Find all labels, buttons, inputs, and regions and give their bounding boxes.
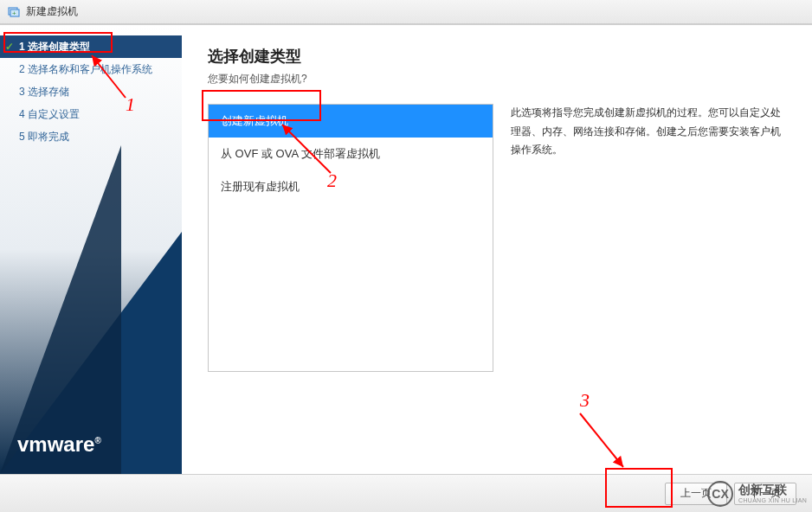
step-num: 3 bbox=[19, 86, 25, 98]
vmware-logo: vmware® bbox=[17, 432, 101, 457]
step-1[interactable]: 1 选择创建类型 bbox=[0, 35, 182, 58]
main-content: 选择创建类型 您要如何创建虚拟机? 创建新虚拟机 从 OVF 或 OVA 文件部… bbox=[182, 25, 812, 474]
page-subtitle: 您要如何创建虚拟机? bbox=[208, 72, 786, 86]
page-title: 选择创建类型 bbox=[208, 46, 786, 67]
step-label: 自定义设置 bbox=[28, 108, 80, 120]
step-label: 选择名称和客户机操作系统 bbox=[28, 63, 152, 75]
content-row: 创建新虚拟机 从 OVF 或 OVA 文件部署虚拟机 注册现有虚拟机 此选项将指… bbox=[208, 104, 786, 465]
watermark-en: CHUANG XIN HU LIAN bbox=[738, 497, 807, 504]
sidebar-steps: 1 选择创建类型 2 选择名称和客户机操作系统 3 选择存储 4 自定义设置 5… bbox=[0, 35, 182, 148]
options-list: 创建新虚拟机 从 OVF 或 OVA 文件部署虚拟机 注册现有虚拟机 bbox=[208, 104, 493, 372]
sidebar-decor2 bbox=[0, 145, 121, 474]
watermark-cn: 创新互联 bbox=[738, 483, 807, 496]
watermark-logo-icon: CX bbox=[707, 481, 733, 507]
step-5[interactable]: 5 即将完成 bbox=[0, 125, 182, 148]
vm-icon: + bbox=[7, 5, 21, 19]
wizard-body: 1 选择创建类型 2 选择名称和客户机操作系统 3 选择存储 4 自定义设置 5… bbox=[0, 24, 812, 474]
titlebar: + 新建虚拟机 bbox=[0, 0, 812, 24]
svg-text:+: + bbox=[12, 10, 16, 17]
step-label: 选择存储 bbox=[28, 86, 69, 98]
footer: 上一页 下一页 bbox=[0, 474, 812, 512]
option-description: 此选项将指导您完成创建新虚拟机的过程。您可以自定义处理器、内存、网络连接和存储。… bbox=[511, 104, 786, 465]
sidebar: 1 选择创建类型 2 选择名称和客户机操作系统 3 选择存储 4 自定义设置 5… bbox=[0, 25, 182, 474]
step-num: 4 bbox=[19, 108, 25, 120]
titlebar-title: 新建虚拟机 bbox=[26, 4, 78, 19]
step-label: 即将完成 bbox=[28, 131, 69, 143]
option-register-existing[interactable]: 注册现有虚拟机 bbox=[209, 170, 493, 203]
step-2[interactable]: 2 选择名称和客户机操作系统 bbox=[0, 58, 182, 80]
step-label: 选择创建类型 bbox=[28, 41, 90, 53]
step-num: 5 bbox=[19, 131, 25, 143]
step-3[interactable]: 3 选择存储 bbox=[0, 80, 182, 103]
option-deploy-ovf[interactable]: 从 OVF 或 OVA 文件部署虚拟机 bbox=[209, 138, 493, 170]
option-create-new[interactable]: 创建新虚拟机 bbox=[209, 105, 493, 138]
step-num: 2 bbox=[19, 63, 25, 75]
step-num: 1 bbox=[19, 41, 25, 53]
watermark: CX 创新互联 CHUANG XIN HU LIAN bbox=[707, 481, 807, 507]
watermark-text: 创新互联 CHUANG XIN HU LIAN bbox=[738, 483, 807, 503]
step-4[interactable]: 4 自定义设置 bbox=[0, 103, 182, 125]
